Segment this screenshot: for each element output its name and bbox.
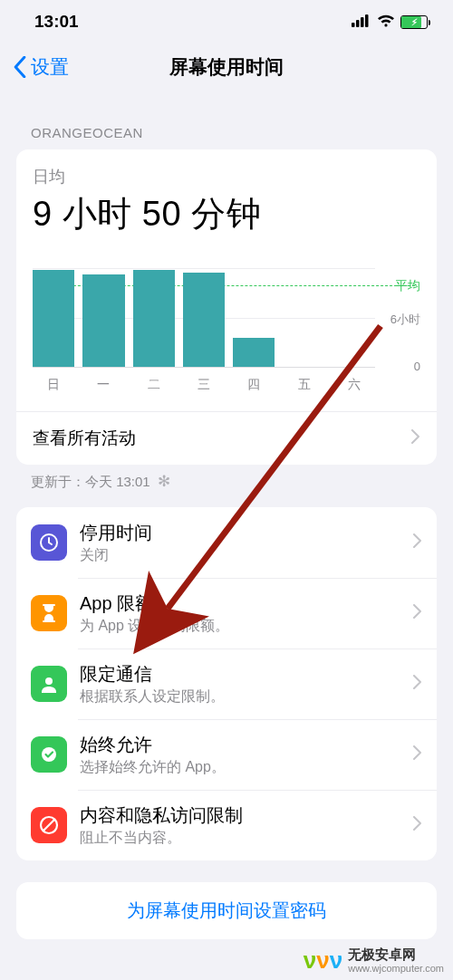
chevron-right-icon <box>413 816 422 834</box>
bar <box>33 270 74 367</box>
y-tick-mid: 6小时 <box>390 312 420 328</box>
bar-slot <box>283 268 324 367</box>
row-subtitle: 为 App 设置时间限额。 <box>80 617 413 635</box>
bar-slot <box>82 268 124 367</box>
row-title: 内容和隐私访问限制 <box>80 804 413 827</box>
row-subtitle: 关闭 <box>80 546 413 564</box>
status-bar: 13:01 ⚡︎ <box>0 0 453 43</box>
settings-row-app-limits[interactable]: App 限额为 App 设置时间限额。 <box>16 578 437 649</box>
hourglass-icon <box>31 595 67 631</box>
watermark-url: www.wjcomputer.com <box>348 963 444 974</box>
signal-icon <box>352 12 371 32</box>
x-tick: 日 <box>33 371 74 402</box>
usage-summary-card: 日均 9 小时 50 分钟 平均 6小时 0 日一二三四五六 查看所有活动 <box>16 149 437 465</box>
watermark-brand: 无极安卓网 <box>348 947 444 963</box>
nav-bar: 设置 屏幕使用时间 <box>0 43 453 91</box>
settings-list: 停用时间关闭App 限额为 App 设置时间限额。限定通信根据联系人设定限制。始… <box>16 507 437 860</box>
set-passcode-button[interactable]: 为屏幕使用时间设置密码 <box>16 882 437 939</box>
usage-bar-chart: 平均 6小时 0 <box>33 250 420 368</box>
svg-rect-3 <box>365 14 369 27</box>
no-entry-icon <box>31 807 67 843</box>
chevron-left-icon <box>13 56 27 78</box>
avg-tag: 平均 <box>395 278 420 294</box>
status-time: 13:01 <box>34 12 79 32</box>
settings-row-always-allowed[interactable]: 始终允许选择始终允许的 App。 <box>16 719 437 790</box>
chevron-right-icon <box>413 745 422 764</box>
battery-icon: ⚡︎ <box>400 15 428 29</box>
checkmark-shield-icon <box>31 736 67 773</box>
svg-rect-2 <box>361 17 364 27</box>
watermark-logo-icon: ννν <box>304 946 342 975</box>
row-text: 内容和隐私访问限制阻止不当内容。 <box>80 804 413 847</box>
x-tick: 六 <box>333 371 375 402</box>
x-tick: 二 <box>133 371 175 402</box>
row-text: 停用时间关闭 <box>80 522 413 564</box>
clock-icon <box>31 524 67 561</box>
bar <box>82 274 124 367</box>
row-title: App 限额 <box>80 592 413 615</box>
svg-rect-6 <box>43 620 55 622</box>
page-title: 屏幕使用时间 <box>169 54 284 80</box>
wifi-icon <box>377 12 395 32</box>
person-icon <box>31 666 67 702</box>
settings-row-content-privacy[interactable]: 内容和隐私访问限制阻止不当内容。 <box>16 790 437 860</box>
section-header: ORANGEOCEAN <box>0 91 453 149</box>
row-text: 始终允许选择始终允许的 App。 <box>80 734 413 776</box>
see-all-activity-row[interactable]: 查看所有活动 <box>16 411 437 465</box>
bar-slot <box>233 268 275 367</box>
svg-point-7 <box>45 677 53 685</box>
x-tick: 三 <box>183 371 225 402</box>
row-subtitle: 阻止不当内容。 <box>80 829 413 847</box>
row-title: 停用时间 <box>80 522 413 544</box>
chevron-right-icon <box>413 604 422 622</box>
bar-slot <box>33 268 74 367</box>
row-subtitle: 选择始终允许的 App。 <box>80 758 413 776</box>
updated-timestamp: 更新于：今天 13:01 <box>0 465 453 507</box>
bar <box>133 270 175 367</box>
bar-slot <box>333 268 375 367</box>
row-text: App 限额为 App 设置时间限额。 <box>80 592 413 635</box>
settings-row-communication[interactable]: 限定通信根据联系人设定限制。 <box>16 649 437 719</box>
set-passcode-label: 为屏幕使用时间设置密码 <box>127 900 326 920</box>
x-tick: 一 <box>82 371 124 402</box>
x-tick: 五 <box>283 371 324 402</box>
see-all-label: 查看所有活动 <box>33 427 136 450</box>
svg-rect-5 <box>43 604 55 606</box>
row-subtitle: 根据联系人设定限制。 <box>80 687 413 706</box>
back-button[interactable]: 设置 <box>13 54 69 80</box>
bar-slot <box>133 268 175 367</box>
x-tick: 四 <box>233 371 275 402</box>
bar <box>183 273 225 367</box>
row-title: 始终允许 <box>80 734 413 756</box>
row-title: 限定通信 <box>80 663 413 686</box>
chevron-right-icon <box>411 428 420 448</box>
status-icons: ⚡︎ <box>352 12 428 32</box>
chevron-right-icon <box>413 533 422 552</box>
row-text: 限定通信根据联系人设定限制。 <box>80 663 413 706</box>
daily-avg-value: 9 小时 50 分钟 <box>33 191 420 237</box>
svg-rect-0 <box>352 23 355 27</box>
loading-spinner-icon <box>158 475 174 491</box>
svg-rect-1 <box>356 20 360 27</box>
charging-icon: ⚡︎ <box>411 17 418 27</box>
svg-line-11 <box>43 820 54 831</box>
bar-slot <box>183 268 225 367</box>
bar <box>233 338 275 367</box>
y-tick-bottom: 0 <box>414 360 420 373</box>
daily-avg-label: 日均 <box>33 166 420 187</box>
x-axis-labels: 日一二三四五六 <box>33 371 420 402</box>
watermark: ννν 无极安卓网 www.wjcomputer.com <box>304 946 444 975</box>
chevron-right-icon <box>413 675 422 693</box>
settings-row-downtime[interactable]: 停用时间关闭 <box>16 507 437 578</box>
back-label: 设置 <box>31 54 69 80</box>
